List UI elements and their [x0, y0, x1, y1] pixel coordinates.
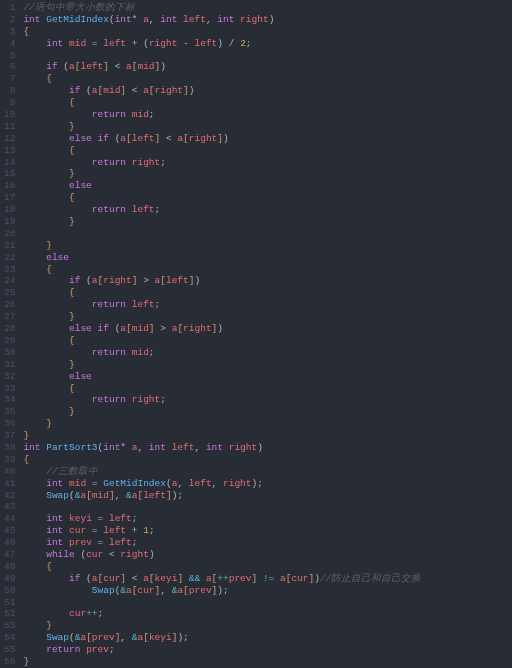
line-number: 14: [4, 157, 15, 169]
code-line: }: [23, 430, 512, 442]
code-line: {: [23, 383, 512, 395]
line-number: 42: [4, 490, 15, 502]
code-line: if (a[right] > a[left]): [23, 275, 512, 287]
line-number: 29: [4, 335, 15, 347]
line-number: 3: [4, 26, 15, 38]
code-line: }: [23, 418, 512, 430]
code-line: }: [23, 168, 512, 180]
line-number: 21: [4, 240, 15, 252]
line-number: 40: [4, 466, 15, 478]
line-number: 52: [4, 608, 15, 620]
line-number: 49: [4, 573, 15, 585]
line-number: 23: [4, 264, 15, 276]
line-number: 44: [4, 513, 15, 525]
code-line: else: [23, 252, 512, 264]
line-number: 31: [4, 359, 15, 371]
code-area: //语句中带大小数的下标int GetMidIndex(int* a, int …: [23, 2, 512, 668]
code-line: }: [23, 620, 512, 632]
line-number: 32: [4, 371, 15, 383]
code-line: {: [23, 561, 512, 573]
line-number: 53: [4, 620, 15, 632]
line-number: 6: [4, 61, 15, 73]
line-number: 10: [4, 109, 15, 121]
code-line: {: [23, 287, 512, 299]
line-number: 18: [4, 204, 15, 216]
code-line: int cur = left + 1;: [23, 525, 512, 537]
code-line: }: [23, 240, 512, 252]
line-number-gutter: 1234567891011121314151617181920212223242…: [0, 2, 23, 668]
code-line: //语句中带大小数的下标: [23, 2, 512, 14]
line-number: 20: [4, 228, 15, 240]
code-line: }: [23, 311, 512, 323]
line-number: 24: [4, 275, 15, 287]
line-number: 50: [4, 585, 15, 597]
code-editor: 1234567891011121314151617181920212223242…: [0, 0, 512, 668]
line-number: 5: [4, 50, 15, 62]
line-number: 34: [4, 394, 15, 406]
line-number: 25: [4, 287, 15, 299]
line-number: 28: [4, 323, 15, 335]
code-line: return left;: [23, 204, 512, 216]
code-line: Swap(&a[mid], &a[left]);: [23, 490, 512, 502]
code-line: while (cur < right): [23, 549, 512, 561]
line-number: 12: [4, 133, 15, 145]
line-number: 38: [4, 442, 15, 454]
line-number: 33: [4, 383, 15, 395]
code-line: else: [23, 371, 512, 383]
code-line: return mid;: [23, 347, 512, 359]
code-line: }: [23, 359, 512, 371]
code-line: }: [23, 121, 512, 133]
line-number: 9: [4, 97, 15, 109]
code-line: else if (a[mid] > a[right]): [23, 323, 512, 335]
code-line: {: [23, 26, 512, 38]
line-number: 39: [4, 454, 15, 466]
code-line: int PartSort3(int* a, int left, int righ…: [23, 442, 512, 454]
code-line: int keyi = left;: [23, 513, 512, 525]
line-number: 48: [4, 561, 15, 573]
line-number: 8: [4, 85, 15, 97]
code-line: return left;: [23, 299, 512, 311]
code-line: int mid = GetMidIndex(a, left, right);: [23, 478, 512, 490]
code-line: {: [23, 192, 512, 204]
code-line: [23, 228, 512, 240]
line-number: 2: [4, 14, 15, 26]
line-number: 47: [4, 549, 15, 561]
line-number: 19: [4, 216, 15, 228]
line-number: 7: [4, 73, 15, 85]
line-number: 4: [4, 38, 15, 50]
line-number: 35: [4, 406, 15, 418]
code-line: }: [23, 216, 512, 228]
line-number: 43: [4, 501, 15, 513]
code-line: return right;: [23, 157, 512, 169]
code-line: if (a[cur] < a[keyi] && a[++prev] != a[c…: [23, 573, 512, 585]
line-number: 11: [4, 121, 15, 133]
line-number: 37: [4, 430, 15, 442]
line-number: 45: [4, 525, 15, 537]
line-number: 16: [4, 180, 15, 192]
line-number: 22: [4, 252, 15, 264]
code-line: else: [23, 180, 512, 192]
code-line: if (a[left] < a[mid]): [23, 61, 512, 73]
code-line: {: [23, 335, 512, 347]
line-number: 51: [4, 597, 15, 609]
line-number: 13: [4, 145, 15, 157]
code-line: return prev;: [23, 644, 512, 656]
code-line: {: [23, 454, 512, 466]
code-line: else if (a[left] < a[right]): [23, 133, 512, 145]
line-number: 41: [4, 478, 15, 490]
code-line: cur++;: [23, 608, 512, 620]
line-number: 30: [4, 347, 15, 359]
code-line: [23, 501, 512, 513]
code-line: {: [23, 145, 512, 157]
code-line: }: [23, 406, 512, 418]
line-number: 15: [4, 168, 15, 180]
code-line: return mid;: [23, 109, 512, 121]
line-number: 26: [4, 299, 15, 311]
code-line: int prev = left;: [23, 537, 512, 549]
line-number: 55: [4, 644, 15, 656]
line-number: 27: [4, 311, 15, 323]
code-line: //三数取中: [23, 466, 512, 478]
code-line: int GetMidIndex(int* a, int left, int ri…: [23, 14, 512, 26]
code-line: Swap(&a[prev], &a[keyi]);: [23, 632, 512, 644]
code-line: if (a[mid] < a[right]): [23, 85, 512, 97]
